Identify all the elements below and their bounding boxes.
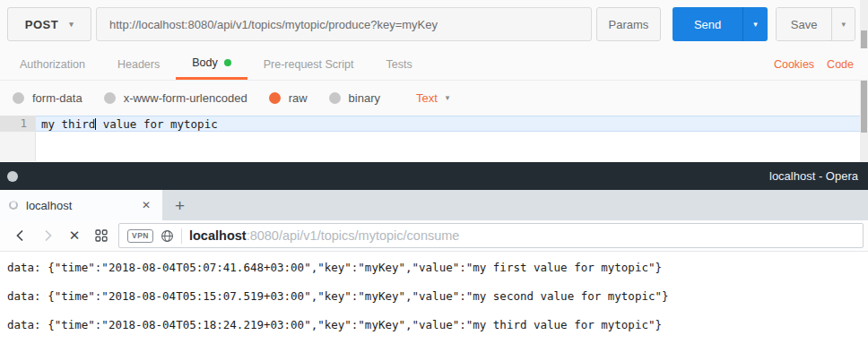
body-mode-raw[interactable]: raw <box>269 91 308 105</box>
editor-gutter <box>0 132 36 161</box>
chevron-down-icon: ▾ <box>753 21 758 29</box>
chevron-left-icon <box>13 228 28 243</box>
body-has-content-dot-icon <box>224 59 231 66</box>
tab-label: Headers <box>117 58 160 71</box>
code-link[interactable]: Code <box>827 58 854 71</box>
tab-headers[interactable]: Headers <box>101 48 176 80</box>
tab-label: Tests <box>386 58 412 71</box>
mode-label: binary <box>349 91 380 105</box>
vpn-badge[interactable]: VPN <box>127 229 153 243</box>
cookies-link[interactable]: Cookies <box>774 58 814 71</box>
scrollbar[interactable] <box>860 0 868 162</box>
stop-button[interactable]: ✕ <box>61 228 88 244</box>
editor-line[interactable]: 1 my third value for mytopic <box>0 116 868 132</box>
send-options-button[interactable]: ▾ <box>742 7 768 41</box>
save-options-button[interactable]: ▾ <box>831 8 855 40</box>
page-content: data: {"time":"2018-08-04T05:07:41.648+0… <box>0 252 868 331</box>
tab-pre-request-script[interactable]: Pre-request Script <box>247 48 370 80</box>
sse-event-line: data: {"time":"2018-08-04T05:15:07.519+0… <box>7 290 861 303</box>
tab-title: localhost <box>26 199 139 212</box>
address-path: :8080/api/v1/topics/mytopic/consume <box>247 228 460 243</box>
request-toolbar: POST ▾ http://localhost:8080/api/v1/topi… <box>0 0 868 48</box>
divider <box>181 228 182 244</box>
send-button-group: Send ▾ <box>673 7 768 41</box>
speed-dial-button[interactable] <box>88 228 115 243</box>
opera-navbar: ✕ VPN localhost:8080/api/v1/topics/mytop… <box>0 220 868 252</box>
stop-x-icon: ✕ <box>69 228 81 244</box>
body-mode-binary[interactable]: binary <box>329 91 380 105</box>
body-mode-form-data[interactable]: form-data <box>13 91 82 105</box>
editor-blank <box>36 132 868 161</box>
sse-event-line: data: {"time":"2018-08-04T05:18:24.219+0… <box>7 319 861 331</box>
line-number: 1 <box>0 116 36 132</box>
address-host: localhost <box>189 228 247 243</box>
new-tab-button[interactable]: + <box>175 197 185 214</box>
tab-tests[interactable]: Tests <box>369 48 428 80</box>
editor-line-text[interactable]: my third value for mytopic <box>36 116 868 132</box>
body-mode-x-www-form-urlencoded[interactable]: x-www-form-urlencoded <box>104 91 247 105</box>
text-after-cursor: value for mytopic <box>96 117 217 131</box>
editor-empty-area[interactable] <box>0 132 868 161</box>
opera-window: localhost - Opera localhost ✕ + ✕ <box>0 162 868 331</box>
tab-label: Authorization <box>20 58 85 71</box>
tab-localhost[interactable]: localhost ✕ <box>0 190 162 220</box>
sse-event-line: data: {"time":"2018-08-04T05:07:41.648+0… <box>7 262 861 274</box>
url-input[interactable]: http://localhost:8080/api/v1/topics/myto… <box>96 7 592 41</box>
window-title: localhost - Opera <box>769 169 858 183</box>
address-text[interactable]: localhost:8080/api/v1/topics/mytopic/con… <box>189 228 459 243</box>
radio-icon <box>329 92 341 104</box>
save-button[interactable]: Save <box>777 8 832 40</box>
radio-icon <box>13 92 24 104</box>
save-button-group: Save ▾ <box>776 7 855 41</box>
params-button[interactable]: Params <box>596 7 661 41</box>
header-links: Cookies Code <box>774 48 854 80</box>
method-label: POST <box>25 18 58 31</box>
tab-authorization[interactable]: Authorization <box>4 48 101 80</box>
request-tabs: Authorization Headers Body Pre-request S… <box>0 48 868 81</box>
close-tab-icon[interactable]: ✕ <box>139 197 153 213</box>
raw-type-value: Text <box>416 91 438 105</box>
opera-menu-icon[interactable] <box>7 171 18 182</box>
mode-label: x-www-form-urlencoded <box>124 91 247 105</box>
tab-label: Body <box>192 56 218 69</box>
scrollbar-thumb[interactable] <box>861 30 867 133</box>
radio-icon <box>104 92 116 104</box>
grid-icon <box>94 228 108 243</box>
chevron-down-icon: ▾ <box>446 94 450 102</box>
globe-icon <box>161 229 174 243</box>
tab-loading-spinner-icon <box>9 201 18 210</box>
text-before-cursor: my third <box>41 117 95 131</box>
opera-tabbar: localhost ✕ + <box>0 190 868 220</box>
opera-titlebar: localhost - Opera <box>0 162 868 190</box>
raw-type-dropdown[interactable]: Text ▾ <box>416 91 449 105</box>
tab-body[interactable]: Body <box>176 48 247 80</box>
mode-label: form-data <box>32 91 82 105</box>
chevron-right-icon <box>40 228 55 243</box>
chevron-down-icon: ▾ <box>69 21 74 29</box>
forward-button[interactable] <box>34 228 61 243</box>
body-editor[interactable]: 1 my third value for mytopic <box>0 116 868 161</box>
tab-label: Pre-request Script <box>264 58 354 71</box>
back-button[interactable] <box>7 228 34 243</box>
radio-selected-icon <box>269 92 281 104</box>
postman-window: POST ▾ http://localhost:8080/api/v1/topi… <box>0 0 868 162</box>
chevron-down-icon: ▾ <box>841 21 846 29</box>
body-mode-row: form-data x-www-form-urlencoded raw bina… <box>0 81 868 116</box>
method-dropdown[interactable]: POST ▾ <box>7 7 91 41</box>
send-button[interactable]: Send <box>673 7 742 41</box>
mode-label: raw <box>289 91 308 105</box>
address-bar[interactable]: VPN localhost:8080/api/v1/topics/mytopic… <box>118 223 864 248</box>
